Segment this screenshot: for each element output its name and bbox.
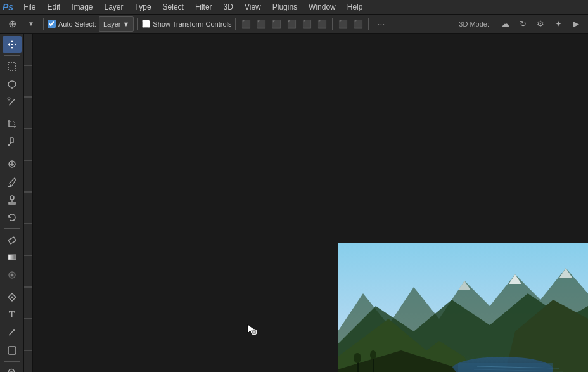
tool-marquee[interactable] <box>3 58 22 75</box>
cursor-indicator <box>245 323 258 336</box>
tool-brush[interactable] <box>3 174 22 190</box>
tool-healing[interactable] <box>3 156 22 172</box>
tool-crop[interactable] <box>3 116 22 132</box>
sep1 <box>43 18 44 30</box>
app-logo: Ps <box>3 2 13 12</box>
menu-window[interactable]: Window <box>304 1 341 13</box>
tool-stamp[interactable] <box>3 191 22 208</box>
svg-rect-49 <box>8 237 16 244</box>
menu-plugins[interactable]: Plugins <box>267 1 302 13</box>
menu-help[interactable]: Help <box>342 1 368 13</box>
tool-shape[interactable] <box>3 342 22 359</box>
transform-checkbox[interactable] <box>142 20 150 28</box>
ruler-left: 0 100 200 300 400 500 <box>24 34 33 372</box>
menu-type[interactable]: Type <box>130 1 157 13</box>
distribute-vcenter[interactable]: ⬛ <box>352 18 364 30</box>
align-bottom[interactable]: ⬛ <box>270 18 283 30</box>
options-toolbar: ⊕ ▼ Auto-Select: Layer ▼ Show Transform … <box>0 15 588 34</box>
move-tool-arrow[interactable]: ▼ <box>23 16 39 32</box>
svg-point-32 <box>8 81 16 87</box>
menu-image[interactable]: Image <box>67 1 98 13</box>
svg-rect-40 <box>10 138 13 143</box>
rotate-icon[interactable]: ↻ <box>514 16 531 32</box>
svg-point-92 <box>370 350 376 359</box>
move-tool-icon[interactable]: ⊕ <box>4 16 20 32</box>
menu-layer[interactable]: Layer <box>99 1 129 13</box>
distribute-top[interactable]: ⬛ <box>336 18 349 30</box>
tool-text[interactable]: T <box>3 307 22 323</box>
tool-sep-2 <box>4 113 20 113</box>
align-vcenter[interactable]: ⬛ <box>255 18 267 30</box>
menu-3d[interactable]: 3D <box>219 1 238 13</box>
sep2 <box>137 18 138 30</box>
transform-controls-wrap: Show Transform Controls <box>142 20 231 28</box>
dropdown-arrow: ▼ <box>122 20 129 28</box>
sep3 <box>235 18 236 30</box>
menu-select[interactable]: Select <box>158 1 189 13</box>
svg-point-46 <box>10 196 14 200</box>
svg-point-53 <box>11 274 13 276</box>
transform-label: Show Transform Controls <box>153 20 231 28</box>
tool-sep-1 <box>4 55 20 56</box>
sep4 <box>332 18 333 30</box>
menu-filter[interactable]: Filter <box>190 1 217 13</box>
svg-point-35 <box>8 98 10 100</box>
align-left[interactable]: ⬛ <box>285 18 298 30</box>
svg-point-95 <box>252 330 257 335</box>
star-icon[interactable]: ✦ <box>550 16 566 32</box>
layer-dropdown[interactable]: Layer ▼ <box>99 16 134 32</box>
tool-eraser[interactable] <box>3 231 22 248</box>
settings-icon[interactable]: ⚙ <box>532 16 549 32</box>
cloud-icon[interactable]: ☁ <box>497 16 513 32</box>
layer-label: Layer <box>103 20 121 28</box>
svg-rect-48 <box>9 202 15 204</box>
align-top[interactable]: ⬛ <box>240 18 252 30</box>
tool-magic-wand[interactable] <box>3 94 22 110</box>
menu-edit[interactable]: Edit <box>42 1 65 13</box>
sep5 <box>368 18 369 30</box>
video-icon[interactable]: ▶ <box>568 16 584 32</box>
tool-sep-4 <box>4 228 20 229</box>
tool-lasso[interactable] <box>3 76 22 93</box>
tool-eyedropper[interactable] <box>3 134 22 150</box>
svg-point-54 <box>11 297 13 298</box>
extra-icons: ☁ ↻ ⚙ ✦ ▶ <box>497 16 584 32</box>
3d-mode-label: 3D Mode: <box>454 20 494 28</box>
tool-history[interactable] <box>3 209 22 226</box>
tool-move[interactable] <box>3 36 22 53</box>
menu-view[interactable]: View <box>240 1 266 13</box>
tool-sep-6 <box>4 361 20 362</box>
canvas-content <box>33 34 588 372</box>
tool-gradient[interactable] <box>3 249 22 266</box>
svg-rect-55 <box>8 347 16 354</box>
menu-file[interactable]: File <box>18 1 41 13</box>
svg-rect-31 <box>8 63 16 70</box>
align-right[interactable]: ⬛ <box>316 18 328 30</box>
canvas-image <box>338 243 588 372</box>
auto-select-checkbox[interactable] <box>48 20 56 28</box>
tool-sep-3 <box>4 153 20 153</box>
tool-sep-5 <box>4 286 20 286</box>
align-hcenter[interactable]: ⬛ <box>300 18 313 30</box>
tool-pen[interactable] <box>3 289 22 305</box>
svg-rect-50 <box>8 255 16 260</box>
canvas-area: test.webp @ 100% (Layer 0, RGB/8#) × <box>33 34 588 372</box>
more-options-btn[interactable]: ··· <box>373 16 389 32</box>
tool-blur[interactable] <box>3 267 22 283</box>
menu-bar: Ps File Edit Image Layer Type Select Fil… <box>0 0 588 15</box>
auto-select-wrap: Auto-Select: <box>48 20 96 28</box>
tool-path-selection[interactable] <box>3 324 22 341</box>
tool-zoom[interactable] <box>3 364 22 372</box>
svg-point-42 <box>8 144 10 146</box>
svg-rect-60 <box>24 34 33 363</box>
auto-select-label: Auto-Select: <box>58 20 96 28</box>
svg-point-90 <box>354 353 361 363</box>
left-tools-panel: T <box>0 34 24 372</box>
